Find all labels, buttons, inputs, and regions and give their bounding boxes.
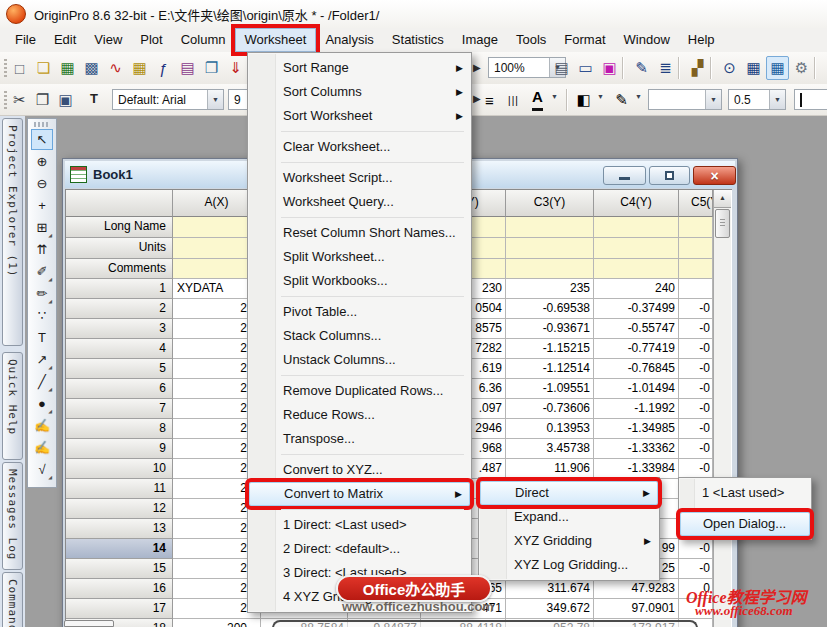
draw-data-tool[interactable]: ∵: [31, 305, 53, 326]
row-header[interactable]: 7: [66, 399, 173, 419]
menu-item-stack-columns[interactable]: Stack Columns...: [249, 324, 470, 348]
sidebar-tab-quick-help[interactable]: Quick Help: [2, 352, 23, 460]
arrange-layers-icon[interactable]: ≣: [654, 56, 677, 80]
menu-item-1-direct-last-used[interactable]: 1 Direct: <Last used>: [249, 513, 470, 537]
line-width-combobox[interactable]: 0.5 ▼: [728, 89, 786, 110]
menu-item-sort-range[interactable]: Sort Range▶: [249, 56, 470, 80]
menu-item-xyz-gridding[interactable]: XYZ Gridding▶: [480, 529, 658, 553]
grid-cell[interactable]: 349.672: [506, 599, 594, 619]
grid-cell[interactable]: -0.55747: [594, 319, 679, 339]
line-color-button[interactable]: ✎: [610, 88, 633, 112]
print-icon[interactable]: ▤: [550, 56, 573, 80]
close-button[interactable]: ×: [693, 166, 736, 185]
grid-cell[interactable]: 3.45738: [506, 439, 594, 459]
mask-range-tool[interactable]: ✐◢: [31, 261, 53, 282]
toolbar-overflow-icon[interactable]: ▶: [473, 62, 481, 73]
row-header[interactable]: 12: [66, 499, 173, 519]
chevron-down-icon[interactable]: ▼: [207, 90, 223, 109]
border-style-combobox[interactable]: ▼: [794, 89, 827, 110]
grid-cell[interactable]: 47.9283: [594, 579, 679, 599]
grid-cell[interactable]: 235: [506, 279, 594, 299]
chevron-down-icon[interactable]: ▼: [769, 90, 785, 109]
paste-icon[interactable]: ▣: [54, 88, 77, 112]
menu-item-xyz-log-gridding[interactable]: XYZ Log Gridding...: [480, 553, 658, 577]
grid-corner-header[interactable]: [66, 190, 173, 217]
grid-cell[interactable]: [679, 217, 713, 238]
grid-cell[interactable]: 0.13953: [506, 419, 594, 439]
row-header[interactable]: 2: [66, 299, 173, 319]
row-header[interactable]: 6: [66, 379, 173, 399]
row-header-long-name[interactable]: Long Name: [66, 217, 173, 238]
grid-cell[interactable]: -0: [679, 399, 713, 419]
grid-cell[interactable]: -0.73606: [506, 399, 594, 419]
grid-cell[interactable]: -1.09551: [506, 379, 594, 399]
row-header[interactable]: 11: [66, 479, 173, 499]
align-text-button[interactable]: ≡: [478, 88, 501, 112]
formula-tool[interactable]: √◢: [31, 459, 53, 480]
grid-cell[interactable]: [506, 217, 594, 238]
grid-cell[interactable]: -0: [679, 459, 713, 479]
grid-cell[interactable]: -1.34985: [594, 419, 679, 439]
grid-cell[interactable]: -0: [679, 559, 713, 579]
row-header[interactable]: 5: [66, 359, 173, 379]
grid-cell[interactable]: -0: [679, 539, 713, 559]
grid-cell[interactable]: -1.33362: [594, 439, 679, 459]
grid-cell[interactable]: 200: [173, 619, 261, 627]
menubar-item-help[interactable]: Help: [679, 28, 724, 52]
new-project-icon[interactable]: □: [8, 56, 31, 80]
zoom-out-tool[interactable]: ⊖: [31, 173, 53, 194]
grid-cell[interactable]: -0: [679, 419, 713, 439]
vertical-text-button[interactable]: |||: [502, 88, 525, 112]
ellipse-tool[interactable]: ●◢: [31, 393, 53, 414]
minimize-button[interactable]: [603, 166, 646, 185]
row-header[interactable]: 4: [66, 339, 173, 359]
menu-item-convert-to-matrix[interactable]: Convert to Matrix▶: [249, 482, 470, 506]
grid-cell[interactable]: -0: [679, 339, 713, 359]
grid-cell[interactable]: [506, 238, 594, 259]
chevron-down-icon[interactable]: ▼: [597, 93, 604, 100]
grid-cell[interactable]: -0.37499: [594, 299, 679, 319]
new-workbook-icon[interactable]: ▦: [56, 56, 79, 80]
menu-item-remove-duplicated-rows[interactable]: Remove Duplicated Rows...: [249, 379, 470, 403]
grid-cell[interactable]: 311.674: [506, 579, 594, 599]
menu-item-transpose[interactable]: Transpose...: [249, 427, 470, 451]
fill-color-button[interactable]: ◧: [572, 88, 595, 112]
menu-item-worksheet-query[interactable]: Worksheet Query...: [249, 190, 470, 214]
grid-cell[interactable]: -0.76845: [594, 359, 679, 379]
grid-cell[interactable]: 11.906: [506, 459, 594, 479]
line-tool[interactable]: ╱◢: [31, 371, 53, 392]
pan-tool[interactable]: ✍: [31, 415, 53, 436]
copy-icon[interactable]: ❐: [31, 88, 54, 112]
menu-item-reduce-rows[interactable]: Reduce Rows...: [249, 403, 470, 427]
image-mode-icon[interactable]: ▣: [598, 56, 621, 80]
arrow-tool[interactable]: ↗◢: [31, 349, 53, 370]
row-header[interactable]: 14: [66, 539, 173, 559]
new-graph-icon[interactable]: ▩: [80, 56, 103, 80]
row-header[interactable]: 17: [66, 599, 173, 619]
grid-cell[interactable]: -0: [679, 319, 713, 339]
grid-cell[interactable]: -1.1992: [594, 399, 679, 419]
font-name-combobox[interactable]: Default: Arial ▼: [112, 89, 224, 110]
menubar-item-tools[interactable]: Tools: [507, 28, 555, 52]
toolbar-grip[interactable]: [4, 59, 7, 77]
sidebar-tab-project-explorer-1[interactable]: Project Explorer (1): [2, 118, 23, 346]
grid-cell[interactable]: [679, 279, 713, 299]
slide-show-icon[interactable]: ▭: [574, 56, 597, 80]
maximize-button[interactable]: [649, 166, 690, 185]
new-plot-icon[interactable]: ∿: [104, 56, 127, 80]
scrollbar-thumb[interactable]: [715, 209, 730, 238]
open-icon[interactable]: ❏: [32, 56, 55, 80]
open-template-icon[interactable]: ❐: [200, 56, 223, 80]
chevron-down-icon[interactable]: ▼: [551, 93, 558, 100]
grid-cell[interactable]: -0: [679, 379, 713, 399]
menubar-item-analysis[interactable]: Analysis: [316, 28, 382, 52]
row-header[interactable]: 10: [66, 459, 173, 479]
zoom-in-tool[interactable]: ⊕: [31, 151, 53, 172]
menubar-item-format[interactable]: Format: [555, 28, 614, 52]
grid-cell[interactable]: [594, 259, 679, 279]
chevron-down-icon[interactable]: ▼: [705, 90, 721, 109]
grid-cell[interactable]: 97.0901: [594, 599, 679, 619]
menu-item-pivot-table[interactable]: Pivot Table...: [249, 300, 470, 324]
grid-cell[interactable]: [594, 217, 679, 238]
menubar-item-worksheet[interactable]: Worksheet: [235, 28, 317, 52]
